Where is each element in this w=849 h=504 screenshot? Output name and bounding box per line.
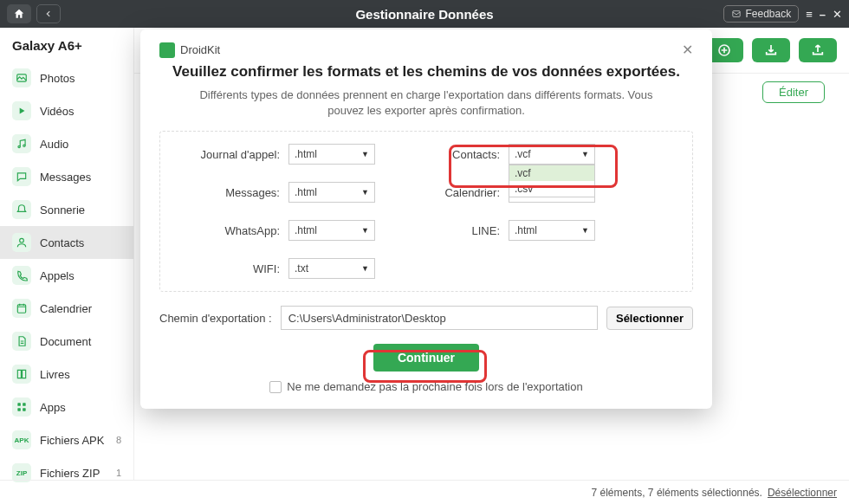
chevron-down-icon: ▼ — [581, 150, 589, 158]
contacts-label: Contacts: — [439, 148, 500, 161]
dialog-close-icon[interactable]: ✕ — [682, 42, 693, 58]
export-path-label: Chemin d'exportation : — [159, 312, 272, 325]
sidebar-item-label: Fichiers APK — [40, 434, 104, 447]
messages-select[interactable]: .html▼ — [288, 182, 375, 203]
line-label: LINE: — [439, 224, 500, 237]
feedback-button[interactable]: Feedback — [723, 5, 799, 23]
sidebar-item-label: Audio — [40, 138, 68, 151]
sidebar-item-contacts[interactable]: Contacts — [0, 226, 133, 259]
titlebar: Gestionnaire Données Feedback ≡ – ✕ — [0, 0, 849, 28]
import-button[interactable] — [752, 38, 790, 62]
sidebar-item-label: Appels — [40, 269, 75, 282]
contacts-select[interactable]: .vcf▼ .vcf .csv — [509, 144, 595, 165]
sonnerie-icon — [12, 200, 31, 219]
livres-icon — [12, 365, 31, 384]
chevron-down-icon: ▼ — [361, 226, 369, 235]
calendrier-icon — [12, 299, 31, 318]
calendrier-label: Calendrier: — [439, 186, 500, 199]
messages-label: Messages: — [185, 186, 280, 199]
close-icon[interactable]: ✕ — [833, 8, 842, 21]
journal-select[interactable]: .html▼ — [288, 144, 375, 165]
app-name: DroidKit — [180, 43, 220, 56]
wifi-select[interactable]: .txt▼ — [288, 258, 375, 279]
continue-button[interactable]: Continuer — [373, 344, 479, 372]
dialog-title: Veuillez confirmer les formats et les ch… — [159, 63, 693, 81]
audio-icon — [12, 134, 31, 153]
svg-rect-6 — [17, 403, 21, 406]
journal-label: Journal d'appel: — [185, 148, 280, 161]
photos-icon — [12, 68, 31, 87]
wifi-label: WIFI: — [185, 262, 280, 275]
sidebar-item-messages[interactable]: Messages — [0, 160, 133, 193]
sidebar-item-label: Livres — [40, 368, 70, 381]
home-button[interactable] — [7, 4, 31, 23]
sidebar-badge: 1 — [116, 468, 121, 478]
sidebar-item-label: Fichiers ZIP — [40, 467, 100, 480]
messages-icon — [12, 167, 31, 186]
chevron-down-icon: ▼ — [361, 188, 369, 197]
sidebar-item-fichiers-apk[interactable]: APKFichiers APK8 — [0, 423, 133, 456]
fichiers apk-icon: APK — [12, 430, 31, 449]
svg-rect-5 — [17, 305, 25, 313]
dialog-subtitle: Différents types de données prennent en … — [159, 87, 693, 119]
sidebar-item-audio[interactable]: Audio — [0, 127, 133, 160]
status-bar: 7 éléments, 7 éléments sélectionnés. Dés… — [0, 480, 849, 504]
sidebar-badge: 8 — [116, 435, 121, 445]
whatsapp-select[interactable]: .html▼ — [288, 220, 375, 241]
dropdown-option-vcf[interactable]: .vcf — [509, 165, 594, 181]
export-path-field[interactable]: C:\Users\Administrator\Desktop — [281, 306, 598, 330]
chevron-down-icon: ▼ — [581, 226, 589, 235]
sidebar-item-photos[interactable]: Photos — [0, 61, 133, 94]
sidebar-item-document[interactable]: Document — [0, 325, 133, 358]
appels-icon — [12, 266, 31, 285]
svg-rect-8 — [17, 408, 21, 411]
chevron-down-icon: ▼ — [361, 150, 369, 158]
sidebar-item-label: Sonnerie — [40, 204, 85, 216]
chevron-down-icon: ▼ — [361, 264, 369, 273]
device-name: Galaxy A6+ — [0, 28, 133, 61]
minimize-icon[interactable]: – — [820, 8, 826, 21]
sidebar-item-label: Messages — [40, 171, 91, 184]
dont-ask-row[interactable]: Ne me demandez pas la prochaine fois lor… — [159, 380, 693, 393]
sidebar-item-livres[interactable]: Livres — [0, 358, 133, 391]
menu-icon[interactable]: ≡ — [806, 8, 813, 21]
app-logo-icon — [159, 42, 175, 58]
sidebar-item-sonnerie[interactable]: Sonnerie — [0, 193, 133, 226]
sidebar-item-apps[interactable]: Apps — [0, 391, 133, 423]
whatsapp-label: WhatsApp: — [185, 224, 280, 237]
document-icon — [12, 332, 31, 351]
back-button[interactable] — [36, 4, 61, 23]
export-button[interactable] — [799, 38, 837, 62]
selection-count: 7 éléments, 7 éléments sélectionnés. — [592, 487, 762, 499]
select-path-button[interactable]: Sélectionner — [606, 307, 693, 330]
dropdown-option-csv[interactable]: .csv — [509, 181, 594, 197]
sidebar-item-label: Vidéos — [40, 105, 75, 118]
dont-ask-checkbox[interactable] — [269, 381, 282, 393]
export-dialog: DroidKit ✕ Veuillez confirmer les format… — [140, 29, 712, 409]
svg-point-4 — [20, 238, 24, 242]
vidéos-icon — [12, 101, 31, 120]
sidebar-item-vidéos[interactable]: Vidéos — [0, 94, 133, 127]
sidebar-item-label: Document — [40, 335, 91, 348]
sidebar-item-label: Apps — [40, 401, 66, 414]
svg-rect-0 — [733, 11, 740, 17]
edit-button[interactable]: Éditer — [762, 81, 825, 103]
sidebar-item-calendrier[interactable]: Calendrier — [0, 292, 133, 325]
line-select[interactable]: .html▼ — [509, 220, 595, 241]
sidebar-item-label: Calendrier — [40, 302, 92, 315]
app-title: Gestionnaire Données — [355, 7, 493, 22]
apps-icon — [12, 397, 31, 417]
contacts-dropdown: .vcf .csv — [509, 165, 595, 197]
svg-rect-9 — [23, 408, 26, 411]
sidebar: Galaxy A6+ PhotosVidéosAudioMessagesSonn… — [0, 28, 134, 480]
sidebar-item-label: Contacts — [40, 236, 84, 249]
svg-point-2 — [18, 145, 20, 147]
sidebar-item-appels[interactable]: Appels — [0, 259, 133, 292]
svg-point-3 — [23, 145, 25, 146]
contacts-icon — [12, 233, 31, 252]
deselect-link[interactable]: Désélectionner — [768, 487, 837, 499]
sidebar-item-label: Photos — [40, 72, 75, 85]
svg-rect-7 — [23, 403, 26, 406]
